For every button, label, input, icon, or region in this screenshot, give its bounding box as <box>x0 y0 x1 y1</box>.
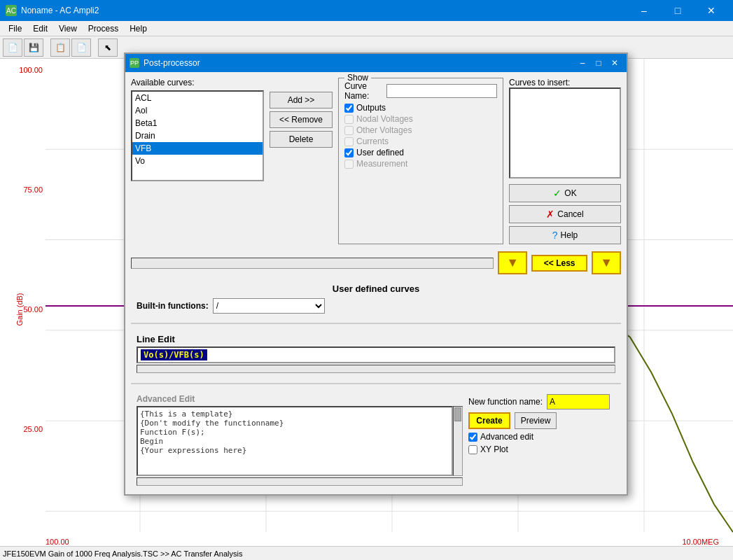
advanced-edit-checkbox-label: Advanced edit <box>480 432 533 442</box>
dialog-maximize-button[interactable]: □ <box>591 55 606 71</box>
curve-vfb[interactable]: VFB <box>132 142 263 155</box>
line-edit-scrollbar[interactable] <box>137 365 615 373</box>
postprocessor-dialog: PP Post-processor – □ ✕ Available curves… <box>124 52 628 496</box>
delete-button[interactable]: Delete <box>270 131 333 148</box>
adv-scrollbar-horizontal[interactable] <box>137 477 463 486</box>
available-curves-listbox[interactable]: ACL Aol Beta1 Drain VFB Vo <box>131 90 264 181</box>
middle-row: ▼ << Less ▼ <box>131 248 621 277</box>
create-button[interactable]: Create <box>468 412 510 429</box>
line-edit-content: Vo(s)/VFB(s) <box>137 346 615 363</box>
question-icon: ? <box>552 230 558 241</box>
mid-buttons: Add >> << Remove Delete <box>270 78 333 244</box>
udc-section: User defined curves Built-in functions: … <box>131 281 621 316</box>
dialog-minimize-button[interactable]: – <box>575 55 590 71</box>
dialog-title-text: Post-processor <box>144 58 200 68</box>
udc-title: User defined curves <box>131 281 621 296</box>
arrow-down-wrap-right: ▼ <box>592 251 621 274</box>
available-curves-label: Available curves: <box>131 78 264 88</box>
remove-button[interactable]: << Remove <box>270 111 333 128</box>
arrow-down-wrap-left: ▼ <box>498 251 527 274</box>
nodal-voltages-checkbox[interactable] <box>344 115 354 124</box>
curves-to-insert-label: Curves to insert: <box>509 78 621 88</box>
nodal-voltages-row: Nodal Voltages <box>344 114 497 124</box>
measurement-checkbox[interactable] <box>344 160 354 169</box>
curve-name-input[interactable] <box>386 84 497 98</box>
adv-right: New function name: Create Preview Advanc… <box>468 394 615 486</box>
x-icon: ✗ <box>546 209 554 220</box>
curves-insert-section: Curves to insert: <box>509 78 621 178</box>
main-window: AC Noname - AC Ampli2 – □ ✕ File Edit Vi… <box>0 0 733 560</box>
builtin-label: Built-in functions: <box>137 301 209 311</box>
line-edit-text: Vo(s)/VFB(s) <box>141 349 207 360</box>
adv-scrollbar-vertical[interactable] <box>453 406 463 476</box>
show-group-legend: Show <box>344 73 371 83</box>
arrow-down-icon-left: ▼ <box>506 255 519 270</box>
advanced-edit-checkbox[interactable] <box>468 433 477 442</box>
curves-to-insert-listbox[interactable] <box>509 88 621 178</box>
currents-row: Currents <box>344 136 497 146</box>
curve-vo[interactable]: Vo <box>132 155 263 167</box>
currents-checkbox[interactable] <box>344 137 354 146</box>
right-buttons: ✓ OK ✗ Cancel ? Help <box>509 184 621 244</box>
advanced-edit-checkbox-row: Advanced edit <box>468 432 615 442</box>
dialog-overlay: PP Post-processor – □ ✕ Available curves… <box>0 0 733 560</box>
preview-button[interactable]: Preview <box>515 412 557 429</box>
create-preview-row: Create Preview <box>468 412 615 429</box>
available-curves-panel: Available curves: ACL Aol Beta1 Drain VF… <box>131 78 264 244</box>
dialog-title-controls: – □ ✕ <box>575 55 622 71</box>
other-voltages-row: Other Voltages <box>344 125 497 135</box>
curve-acl[interactable]: ACL <box>132 92 263 104</box>
advanced-edit-section: Advanced Edit {This is a template} {Don'… <box>131 391 621 489</box>
xy-plot-checkbox-row: XY Plot <box>468 444 615 454</box>
currents-label: Currents <box>356 136 389 146</box>
other-voltages-checkbox[interactable] <box>344 126 354 135</box>
user-defined-checkbox[interactable] <box>344 148 354 158</box>
measurement-row: Measurement <box>344 159 497 169</box>
dialog-icon: PP <box>130 58 139 68</box>
dialog-title-bar: PP Post-processor – □ ✕ <box>125 54 627 72</box>
cancel-button[interactable]: ✗ Cancel <box>509 205 621 223</box>
separator-1 <box>131 323 621 324</box>
arrow-down-icon-right: ▼ <box>600 255 613 270</box>
separator-2 <box>131 383 621 384</box>
less-button[interactable]: << Less <box>531 255 587 272</box>
help-button[interactable]: ? Help <box>509 226 621 244</box>
new-function-label: New function name: <box>468 397 543 407</box>
new-function-input[interactable] <box>547 394 610 410</box>
horizontal-scrollbar[interactable] <box>131 258 494 269</box>
measurement-label: Measurement <box>356 159 407 169</box>
adv-title: Advanced Edit <box>137 394 463 404</box>
check-icon: ✓ <box>553 188 561 199</box>
curve-beta1[interactable]: Beta1 <box>132 117 263 130</box>
ok-button[interactable]: ✓ OK <box>509 184 621 202</box>
show-group: Show Curve Name: Outputs Nodal Voltages <box>338 78 503 244</box>
line-edit-section: Line Edit Vo(s)/VFB(s) <box>131 331 621 376</box>
outputs-label: Outputs <box>356 103 386 113</box>
outputs-row: Outputs <box>344 103 497 113</box>
top-section: Available curves: ACL Aol Beta1 Drain VF… <box>131 78 621 244</box>
other-voltages-label: Other Voltages <box>356 125 412 135</box>
right-area: Curves to insert: ✓ OK ✗ Cancel <box>509 78 621 244</box>
adv-left: Advanced Edit {This is a template} {Don'… <box>137 394 463 486</box>
dialog-close-button[interactable]: ✕ <box>607 55 622 71</box>
outputs-checkbox[interactable] <box>344 104 354 113</box>
add-button[interactable]: Add >> <box>270 92 333 108</box>
new-function-row: New function name: <box>468 394 615 410</box>
xy-plot-checkbox-label: XY Plot <box>480 444 508 454</box>
curve-aol[interactable]: Aol <box>132 104 263 117</box>
adv-textarea[interactable]: {This is a template} {Don't modify the f… <box>137 406 453 476</box>
user-defined-label: User defined <box>356 148 404 158</box>
dialog-body: Available curves: ACL Aol Beta1 Drain VF… <box>125 72 627 494</box>
curve-name-label: Curve Name: <box>344 81 382 101</box>
udc-row: Built-in functions: / + - * <box>131 296 621 316</box>
adv-textarea-wrap: {This is a template} {Don't modify the f… <box>137 406 463 476</box>
curve-drain[interactable]: Drain <box>132 130 263 142</box>
dialog-title-left: PP Post-processor <box>130 58 200 68</box>
line-edit-title: Line Edit <box>137 334 615 344</box>
nodal-voltages-label: Nodal Voltages <box>356 114 413 124</box>
user-defined-row: User defined <box>344 148 497 158</box>
xy-plot-checkbox[interactable] <box>468 445 477 454</box>
builtin-functions-select[interactable]: / + - * <box>213 298 325 314</box>
curve-name-row: Curve Name: <box>344 81 497 101</box>
